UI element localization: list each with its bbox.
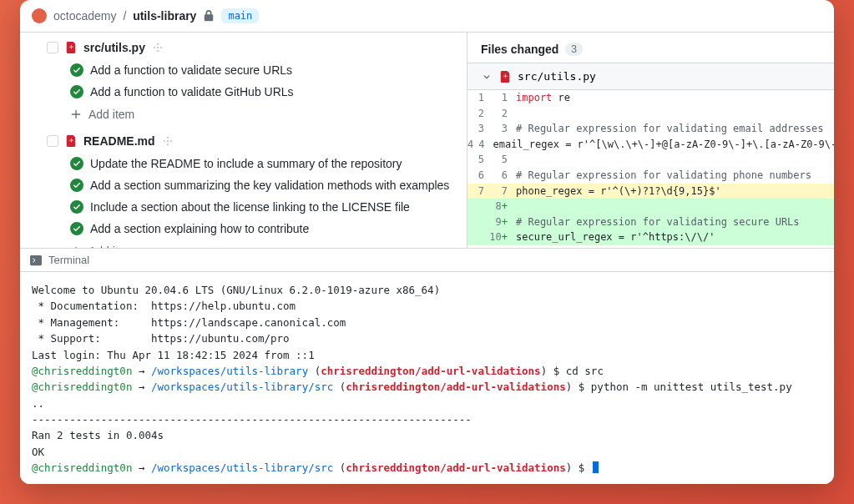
line-number-old: 5: [467, 152, 489, 168]
line-number-new: 7: [489, 184, 516, 199]
diff-text: # Regular expression for validating emai…: [516, 121, 823, 137]
terminal-line: @chrisreddingt0n → /workspaces/utils-lib…: [32, 460, 822, 476]
terminal-icon: [30, 255, 42, 266]
line-number-old: [467, 199, 489, 214]
lock-icon: [203, 10, 215, 22]
task-pane: src/utils.pyAdd a function to validate s…: [20, 33, 467, 248]
add-item-button[interactable]: Add item: [70, 239, 467, 248]
files-changed-pane: Files changed 3 src/utils.py 11import re…: [467, 33, 834, 248]
file-diff-icon: [499, 71, 511, 83]
terminal-tab-bar: Terminal: [20, 248, 834, 272]
diff-line: 22: [467, 106, 834, 122]
task-file-group: src/utils.pyAdd a function to validate s…: [20, 38, 467, 123]
task-item-label: Update the README to include a summary o…: [90, 157, 402, 170]
line-number-new: 4: [478, 137, 493, 153]
avatar[interactable]: [32, 8, 47, 23]
line-number-new: 6: [489, 168, 516, 184]
add-item-button[interactable]: Add item: [70, 103, 467, 123]
terminal-line: * Management: https://landscape.canonica…: [32, 315, 822, 330]
task-file-header[interactable]: README.md: [70, 131, 467, 153]
line-number-new: 9+: [489, 214, 516, 230]
repo-name[interactable]: utils-library: [133, 9, 196, 23]
files-changed-header: Files changed 3: [467, 33, 834, 63]
diff-line: 66# Regular expression for validating ph…: [467, 168, 834, 184]
task-item[interactable]: Include a section about the license link…: [70, 196, 467, 218]
task-item-label: Add a section explaining how to contribu…: [90, 222, 309, 235]
task-item-label: Include a section about the license link…: [90, 200, 410, 214]
line-number-new: 5: [489, 152, 516, 168]
task-item[interactable]: Add a function to validate GitHub URLs: [70, 81, 467, 103]
breadcrumb[interactable]: octocademy / utils-library: [53, 9, 196, 23]
task-item[interactable]: Add a function to validate secure URLs: [70, 59, 467, 81]
line-number-old: [467, 214, 489, 230]
task-item[interactable]: Add a section summarizing the key valida…: [70, 174, 467, 196]
task-file-name: README.md: [83, 134, 155, 148]
diff-text: email_regex = r'^[\w\.\+\-]+@[a-zA-Z0-9\…: [493, 137, 834, 153]
task-item-label: Add a function to validate GitHub URLs: [90, 85, 294, 98]
terminal-line: * Documentation: https://help.ubuntu.com: [32, 298, 822, 314]
diff-text: phone_regex = r'^(\+)?1?\d{9,15}$': [516, 184, 721, 199]
terminal-line: @chrisreddingt0n → /workspaces/utils-lib…: [32, 379, 822, 395]
line-number-new: 3: [489, 121, 516, 137]
diff-file-row[interactable]: src/utils.py: [467, 63, 834, 90]
breadcrumb-separator: /: [123, 9, 126, 23]
task-file-header[interactable]: src/utils.py: [70, 38, 467, 59]
task-item[interactable]: Update the README to include a summary o…: [70, 153, 467, 174]
file-diff-icon: [65, 42, 77, 53]
diff-line: 11import re: [467, 90, 834, 106]
line-number-old: 3: [467, 121, 489, 137]
line-number-old: 2: [467, 106, 489, 122]
task-item-label: Add a function to validate secure URLs: [90, 63, 292, 77]
diff-file-name: src/utils.py: [518, 70, 596, 83]
file-checkbox[interactable]: [47, 42, 58, 53]
diff-text: # Regular expression for validating secu…: [516, 214, 800, 230]
task-item-label: Add a section summarizing the key valida…: [90, 179, 449, 192]
files-changed-title: Files changed: [481, 43, 558, 56]
drag-handle-icon[interactable]: [152, 42, 164, 53]
chevron-down-icon[interactable]: [481, 71, 493, 83]
line-number-old: [467, 229, 489, 245]
plus-icon: [70, 108, 82, 120]
terminal-line: Ran 2 tests in 0.004s: [32, 427, 822, 443]
terminal-line: OK: [32, 444, 822, 460]
branch-badge[interactable]: main: [221, 8, 259, 23]
task-file-group: README.mdUpdate the README to include a …: [20, 131, 467, 248]
line-number-old: 4: [467, 137, 478, 153]
task-item[interactable]: Add a section explaining how to contribu…: [70, 218, 467, 239]
terminal-line: @chrisreddingt0n → /workspaces/utils-lib…: [32, 363, 822, 379]
diff-line: 9+# Regular expression for validating se…: [467, 214, 834, 230]
diff-text: import re: [516, 90, 570, 106]
terminal-line: * Support: https://ubuntu.com/pro: [32, 330, 822, 346]
terminal-title[interactable]: Terminal: [48, 254, 89, 266]
diff-line: 55: [467, 152, 834, 168]
line-number-new: 1: [489, 90, 516, 106]
diff-line: 44email_regex = r'^[\w\.\+\-]+@[a-zA-Z0-…: [467, 137, 834, 153]
diff-line: 8+: [467, 199, 834, 214]
line-number-old: 6: [467, 168, 489, 184]
drag-handle-icon[interactable]: [162, 135, 174, 147]
file-diff-icon: [65, 135, 77, 147]
line-number-new: 8+: [489, 199, 516, 214]
files-changed-count: 3: [565, 43, 583, 56]
org-name[interactable]: octocademy: [53, 9, 116, 23]
line-number-new: 2: [489, 106, 516, 122]
terminal-line: ..: [32, 396, 822, 411]
terminal-body[interactable]: Welcome to Ubuntu 20.04.6 LTS (GNU/Linux…: [20, 272, 834, 484]
diff-line: 77phone_regex = r'^(\+)?1?\d{9,15}$': [467, 184, 834, 199]
terminal-line: ----------------------------------------…: [32, 411, 822, 427]
task-file-name: src/utils.py: [83, 41, 145, 54]
diff-line: 33# Regular expression for validating em…: [467, 121, 834, 137]
terminal-line: Welcome to Ubuntu 20.04.6 LTS (GNU/Linux…: [32, 282, 822, 298]
diff-text: # Regular expression for validating phon…: [516, 168, 811, 184]
line-number-old: 1: [467, 90, 489, 106]
file-checkbox[interactable]: [47, 135, 58, 147]
terminal-cursor: [593, 461, 599, 473]
line-number-new: 10+: [489, 229, 516, 245]
line-number-old: 7: [467, 184, 489, 199]
add-item-label: Add item: [88, 108, 134, 121]
diff-code: 11import re2233# Regular expression for …: [467, 90, 834, 245]
repo-header: octocademy / utils-library main: [20, 0, 834, 33]
main-area: src/utils.pyAdd a function to validate s…: [20, 33, 834, 248]
terminal-line: Last login: Thu Apr 11 18:42:15 2024 fro…: [32, 347, 822, 363]
diff-line: 10+secure_url_regex = r'^https:\/\/': [467, 229, 834, 245]
